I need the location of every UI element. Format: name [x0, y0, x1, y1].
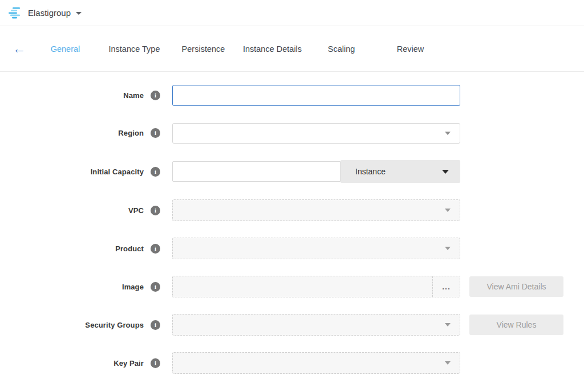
product-label: Product	[0, 244, 144, 253]
security-groups-info-icon[interactable]: i	[151, 320, 160, 330]
region-info-icon[interactable]: i	[151, 128, 160, 138]
key-pair-info-icon[interactable]: i	[151, 358, 160, 368]
image-info-icon[interactable]: i	[151, 282, 160, 292]
initial-capacity-info-icon[interactable]: i	[151, 167, 160, 177]
vpc-select[interactable]	[172, 199, 460, 221]
image-browse-ellipsis-button[interactable]: ...	[432, 276, 460, 297]
vpc-label: VPC	[0, 206, 144, 215]
tab-instance-type[interactable]: Instance Type	[100, 44, 169, 54]
elastigroup-logo-icon	[8, 6, 23, 20]
key-pair-caret-down-icon	[445, 361, 451, 365]
capacity-unit-value: Instance	[355, 167, 386, 176]
vpc-info-icon[interactable]: i	[151, 206, 160, 215]
view-ami-details-button[interactable]: View Ami Details	[469, 276, 563, 297]
image-value	[173, 276, 432, 297]
security-groups-select[interactable]	[172, 314, 460, 336]
row-initial-capacity: Initial Capacity i Instance	[0, 160, 584, 183]
row-vpc: VPC i	[0, 199, 584, 221]
region-select[interactable]	[172, 123, 460, 144]
general-form: Name i Region i Initial Capacity i Insta…	[0, 72, 584, 374]
name-input[interactable]	[172, 85, 460, 106]
vpc-caret-down-icon	[445, 209, 451, 212]
row-name: Name i	[0, 85, 584, 106]
wizard-tabs: General Instance Type Persistence Instan…	[31, 44, 445, 54]
row-product: Product i	[0, 238, 584, 259]
region-caret-down-icon	[445, 132, 451, 135]
initial-capacity-label: Initial Capacity	[0, 168, 144, 176]
product-info-icon[interactable]: i	[151, 244, 160, 254]
name-label: Name	[0, 91, 144, 100]
row-image: Image i ... View Ami Details	[0, 276, 584, 297]
row-security-groups: Security Groups i View Rules	[0, 314, 584, 336]
row-region: Region i	[0, 122, 584, 144]
key-pair-label: Key Pair	[0, 359, 144, 368]
capacity-unit-select[interactable]: Instance	[340, 160, 460, 183]
image-input[interactable]: ...	[172, 276, 460, 297]
security-groups-caret-down-icon	[445, 323, 451, 326]
initial-capacity-input[interactable]	[172, 161, 340, 182]
image-label: Image	[0, 283, 144, 291]
view-rules-button[interactable]: View Rules	[469, 315, 563, 335]
wizard-tab-bar: ← General Instance Type Persistence Inst…	[0, 26, 584, 72]
region-label: Region	[0, 129, 144, 137]
name-info-icon[interactable]: i	[151, 91, 160, 100]
app-bar: Elastigroup	[0, 0, 584, 26]
tab-persistence[interactable]: Persistence	[169, 44, 238, 54]
tab-general[interactable]: General	[31, 44, 100, 54]
tab-scaling[interactable]: Scaling	[307, 44, 376, 54]
row-key-pair: Key Pair i	[0, 352, 584, 374]
app-title-caret-down-icon[interactable]	[76, 12, 82, 15]
product-caret-down-icon	[445, 247, 451, 250]
tab-review[interactable]: Review	[376, 44, 445, 54]
app-title: Elastigroup	[28, 8, 71, 18]
capacity-unit-caret-down-icon	[442, 170, 449, 174]
back-arrow-icon[interactable]: ←	[13, 42, 26, 55]
product-select[interactable]	[172, 238, 460, 259]
security-groups-label: Security Groups	[0, 321, 144, 329]
tab-instance-details[interactable]: Instance Details	[238, 44, 307, 54]
key-pair-select[interactable]	[172, 352, 460, 374]
